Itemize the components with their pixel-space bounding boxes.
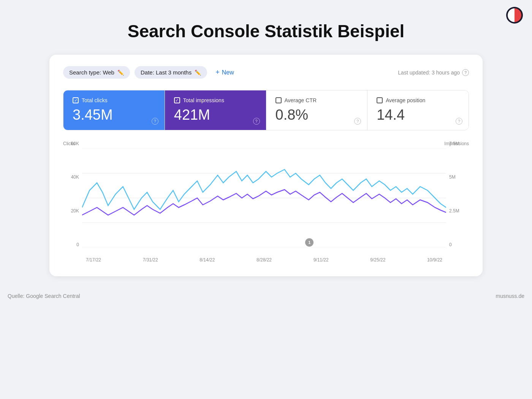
x-axis-label: 10/9/22 <box>427 257 442 263</box>
footer-website: musnuss.de <box>496 293 524 299</box>
x-axis: 7/17/227/31/228/14/228/28/229/11/229/25/… <box>82 257 446 263</box>
edit-icon-date: ✏️ <box>195 70 201 76</box>
chart-svg <box>82 149 446 247</box>
metric-card-average-ctr[interactable]: Average CTR0.8%? <box>266 90 368 130</box>
y-axis-left: 60K40K20K0 <box>63 141 82 247</box>
metrics-row: Total clicks3.45M?Total impressions421M?… <box>63 90 469 130</box>
last-updated: Last updated: 3 hours ago ? <box>398 69 469 76</box>
y-right-tick: 5M <box>449 174 456 180</box>
metric-value-total-impressions: 421M <box>174 107 257 123</box>
metric-help-average-ctr[interactable]: ? <box>354 118 361 125</box>
metric-card-total-impressions[interactable]: Total impressions421M? <box>165 90 266 130</box>
x-axis-label: 9/25/22 <box>370 257 385 263</box>
metric-checkbox-average-ctr[interactable] <box>276 97 282 103</box>
search-type-filter[interactable]: Search type: Web ✏️ <box>63 66 130 79</box>
metric-value-total-clicks: 3.45M <box>73 107 155 123</box>
metric-card-average-position[interactable]: Average position14.4? <box>367 90 469 130</box>
x-axis-label: 8/28/22 <box>256 257 272 263</box>
chart-container: Clicks Impressions 60K40K20K0 7.5M5M2.5M… <box>63 141 469 263</box>
x-axis-label: 7/31/22 <box>143 257 158 263</box>
metric-checkbox-total-impressions[interactable] <box>174 97 180 103</box>
footer-source: Quelle: Google Search Central <box>8 293 80 299</box>
y-left-tick: 60K <box>71 141 79 146</box>
metric-value-average-ctr: 0.8% <box>276 107 358 123</box>
x-axis-label: 8/14/22 <box>200 257 215 263</box>
main-card: Search type: Web ✏️ Date: Last 3 months … <box>49 55 483 276</box>
filter-bar: Search type: Web ✏️ Date: Last 3 months … <box>63 65 469 79</box>
y-right-tick: 0 <box>449 242 452 247</box>
metric-checkbox-average-position[interactable] <box>377 97 383 103</box>
metric-label-total-clicks: Total clicks <box>82 97 108 103</box>
metric-label-total-impressions: Total impressions <box>183 97 224 103</box>
date-filter[interactable]: Date: Last 3 months ✏️ <box>135 66 207 79</box>
new-button[interactable]: + New <box>212 65 238 79</box>
y-left-tick: 40K <box>71 174 79 180</box>
metric-help-average-position[interactable]: ? <box>456 118 462 125</box>
x-axis-label: 7/17/22 <box>86 257 101 263</box>
metric-checkbox-total-clicks[interactable] <box>73 97 79 103</box>
metric-label-average-position: Average position <box>386 97 425 103</box>
x-axis-label: 9/11/22 <box>314 257 329 263</box>
metric-label-average-ctr: Average CTR <box>285 97 317 103</box>
metric-card-total-clicks[interactable]: Total clicks3.45M? <box>63 90 165 130</box>
footer: Quelle: Google Search Central musnuss.de <box>0 293 532 299</box>
y-axis-right: 7.5M5M2.5M0 <box>446 141 469 247</box>
y-right-tick: 2.5M <box>449 208 459 214</box>
logo <box>506 7 523 24</box>
y-right-tick: 7.5M <box>449 141 459 146</box>
metric-help-total-clicks[interactable]: ? <box>152 118 158 125</box>
edit-icon: ✏️ <box>117 70 124 76</box>
metric-value-average-position: 14.4 <box>377 107 459 123</box>
last-updated-help-icon[interactable]: ? <box>462 69 469 76</box>
page-title: Search Console Statistik Beispiel <box>0 0 532 55</box>
y-left-tick: 0 <box>76 242 79 247</box>
y-left-tick: 20K <box>71 208 79 214</box>
plus-icon: + <box>215 68 220 76</box>
metric-help-total-impressions[interactable]: ? <box>253 118 260 125</box>
